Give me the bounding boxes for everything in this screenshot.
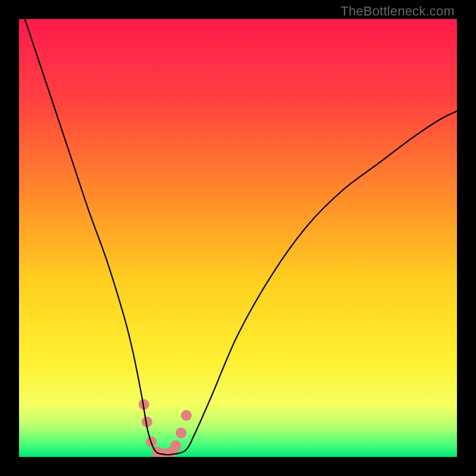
gradient-background xyxy=(19,19,457,457)
outer-frame: TheBottleneck.com xyxy=(0,0,476,476)
marker-dot xyxy=(170,440,181,451)
marker-dot xyxy=(181,410,192,421)
bottleneck-chart xyxy=(19,19,457,457)
marker-dot xyxy=(176,428,186,439)
watermark-text: TheBottleneck.com xyxy=(340,4,455,19)
plot-area xyxy=(19,19,457,457)
